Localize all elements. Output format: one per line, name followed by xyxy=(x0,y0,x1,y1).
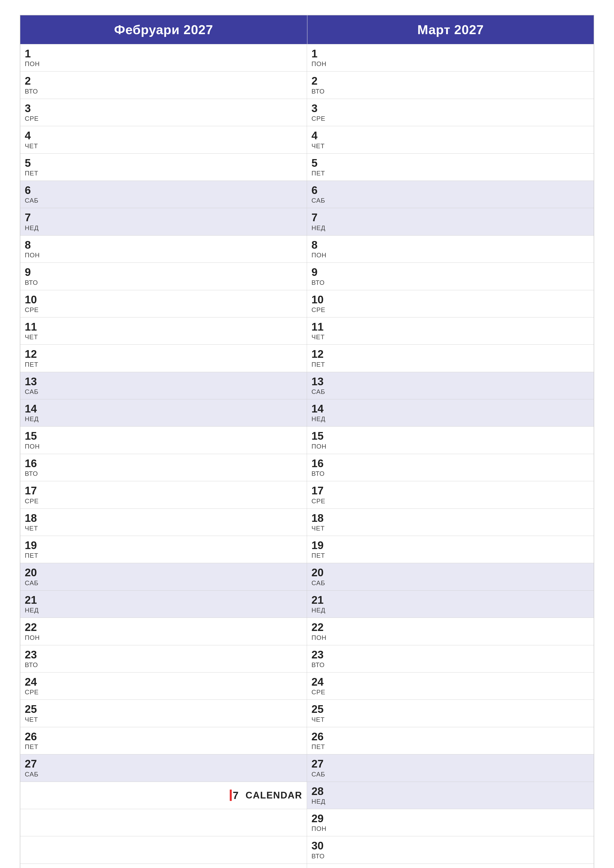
mar-day-cell: 8ПОН xyxy=(307,236,594,262)
mar-day-cell: 5ПЕТ xyxy=(307,153,594,181)
day-number: 18 xyxy=(25,512,302,524)
mar-day-cell: 25ЧЕТ xyxy=(307,700,594,727)
feb-day-cell: 25ЧЕТ xyxy=(20,700,307,727)
day-number: 2 xyxy=(311,75,589,87)
day-number: 23 xyxy=(311,649,589,661)
day-number: 6 xyxy=(25,184,302,196)
day-name: ВТО xyxy=(25,661,302,669)
day-row: 20САБ20САБ xyxy=(20,563,594,590)
day-name: НЕД xyxy=(25,606,302,614)
day-number: 30 xyxy=(311,840,589,852)
mar-day-cell: 20САБ xyxy=(307,563,594,590)
empty-cell xyxy=(20,836,307,863)
day-row: 6САБ6САБ xyxy=(20,181,594,208)
day-name: ПОН xyxy=(311,634,589,642)
day-name: ПОН xyxy=(311,251,589,259)
day-number: 8 xyxy=(311,239,589,251)
svg-rect-1 xyxy=(230,790,232,801)
mar-day-cell: 3СРЕ xyxy=(307,99,594,126)
day-number: 21 xyxy=(311,594,589,606)
day-number: 29 xyxy=(311,812,589,825)
day-row: 5ПЕТ5ПЕТ xyxy=(20,153,594,181)
day-row: 7 CALENDAR 28НЕД xyxy=(20,782,594,809)
feb-day-cell: 8ПОН xyxy=(20,236,307,262)
day-number: 11 xyxy=(25,321,302,333)
day-number: 1 xyxy=(311,48,589,60)
empty-cell xyxy=(20,864,307,868)
mar-day-cell: 2ВТО xyxy=(307,71,594,98)
day-name: СРЕ xyxy=(25,688,302,696)
day-number: 24 xyxy=(311,676,589,688)
feb-day-cell: 7НЕД xyxy=(20,208,307,235)
day-name: ВТО xyxy=(311,852,589,860)
day-row: 31СРЕ xyxy=(20,863,594,868)
mar-day-cell: 13САБ xyxy=(307,372,594,399)
day-name: СРЕ xyxy=(311,688,589,696)
day-number: 2 xyxy=(25,75,302,87)
day-number: 20 xyxy=(311,567,589,578)
day-number: 4 xyxy=(311,130,589,141)
day-name: ВТО xyxy=(311,88,589,95)
feb-day-cell: 24СРЕ xyxy=(20,673,307,699)
feb-day-cell: 16ВТО xyxy=(20,454,307,481)
logo-area: 7 CALENDAR xyxy=(229,789,302,802)
day-number: 23 xyxy=(25,649,302,661)
day-row: 10СРЕ10СРЕ xyxy=(20,290,594,317)
feb-day-cell: 21НЕД xyxy=(20,591,307,618)
day-name: ПЕТ xyxy=(25,361,302,369)
day-name: НЕД xyxy=(25,415,302,423)
feb-day-cell: 6САБ xyxy=(20,181,307,208)
calendar-rows: 1ПОН1ПОН2ВТО2ВТО3СРЕ3СРЕ4ЧЕТ4ЧЕТ5ПЕТ5ПЕТ… xyxy=(20,44,594,868)
mar-day-cell: 4ЧЕТ xyxy=(307,126,594,153)
feb-day-cell: 27САБ xyxy=(20,755,307,781)
day-name: НЕД xyxy=(311,224,589,232)
feb-day-cell: 13САБ xyxy=(20,372,307,399)
day-name: ПЕТ xyxy=(25,743,302,751)
day-row: 8ПОН8ПОН xyxy=(20,235,594,262)
day-number: 21 xyxy=(25,594,302,606)
day-name: ВТО xyxy=(25,279,302,287)
day-name: СРЕ xyxy=(25,115,302,122)
day-row: 24СРЕ24СРЕ xyxy=(20,672,594,699)
logo-text: CALENDAR xyxy=(246,790,302,801)
day-number: 14 xyxy=(311,403,589,415)
day-row: 2ВТО2ВТО xyxy=(20,71,594,98)
day-name: ПОН xyxy=(311,825,589,832)
day-name: СРЕ xyxy=(25,498,302,505)
day-name: СРЕ xyxy=(25,306,302,314)
feb-day-cell: 5ПЕТ xyxy=(20,153,307,181)
day-number: 7 xyxy=(25,212,302,223)
day-number: 9 xyxy=(311,266,589,278)
mar-day-cell: 18ЧЕТ xyxy=(307,509,594,536)
day-name: СРЕ xyxy=(311,306,589,314)
mar-day-cell: 26ПЕТ xyxy=(307,727,594,754)
day-number: 7 xyxy=(311,212,589,223)
feb-day-cell: 19ПЕТ xyxy=(20,536,307,563)
feb-day-cell: 4ЧЕТ xyxy=(20,126,307,153)
feb-day-cell: 11ЧЕТ xyxy=(20,318,307,344)
day-number: 10 xyxy=(25,294,302,305)
mar-day-cell: 30ВТО xyxy=(307,836,594,863)
day-number: 25 xyxy=(25,703,302,715)
day-number: 18 xyxy=(311,512,589,524)
day-number: 16 xyxy=(311,457,589,470)
day-name: ЧЕТ xyxy=(25,333,302,341)
day-number: 17 xyxy=(25,485,302,497)
day-row: 7НЕД7НЕД xyxy=(20,208,594,235)
mar-day-cell: 10СРЕ xyxy=(307,290,594,317)
mar-day-cell: 17СРЕ xyxy=(307,481,594,508)
day-number: 26 xyxy=(311,731,589,742)
mar-day-cell: 19ПЕТ xyxy=(307,536,594,563)
feb-day-cell: 18ЧЕТ xyxy=(20,509,307,536)
day-name: ПОН xyxy=(25,251,302,259)
day-name: ПОН xyxy=(25,634,302,642)
day-row: 15ПОН15ПОН xyxy=(20,426,594,454)
feb-day-cell: 22ПОН xyxy=(20,618,307,645)
day-row: 14НЕД14НЕД xyxy=(20,399,594,426)
day-number: 28 xyxy=(311,785,589,797)
day-row: 29ПОН xyxy=(20,809,594,836)
day-number: 16 xyxy=(25,457,302,470)
day-number: 3 xyxy=(25,102,302,114)
day-name: САБ xyxy=(25,579,302,587)
day-name: ПЕТ xyxy=(311,169,589,177)
